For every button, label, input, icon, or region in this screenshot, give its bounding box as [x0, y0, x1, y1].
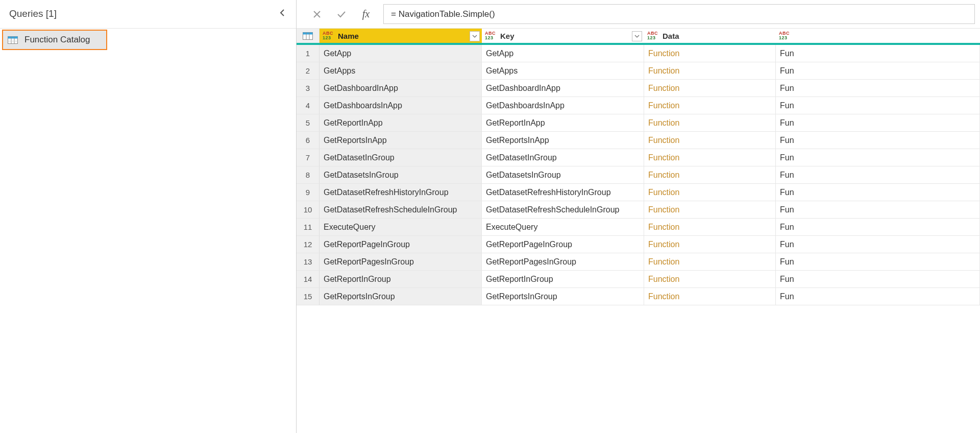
cell-key[interactable]: GetReportInGroup — [482, 271, 644, 287]
cell-data[interactable]: Function — [644, 97, 776, 114]
cell-key[interactable]: GetReportInApp — [482, 114, 644, 131]
cell-itemkind[interactable]: Fun — [776, 114, 980, 131]
cell-name[interactable]: GetReportPagesInGroup — [320, 253, 482, 270]
cell-itemkind[interactable]: Fun — [776, 149, 980, 166]
cell-name[interactable]: GetDatasetInGroup — [320, 149, 482, 166]
formula-input[interactable]: = NavigationTable.Simple() — [383, 4, 975, 24]
cell-key[interactable]: GetReportsInGroup — [482, 288, 644, 305]
table-row[interactable]: 12GetReportPageInGroupGetReportPageInGro… — [297, 236, 980, 253]
collapse-pane-button[interactable] — [276, 8, 289, 19]
cell-itemkind[interactable]: Fun — [776, 219, 980, 235]
cell-key[interactable]: GetDatasetRefreshHistoryInGroup — [482, 184, 644, 201]
cancel-formula-button[interactable] — [305, 4, 329, 24]
cell-data[interactable]: Function — [644, 253, 776, 270]
cell-name[interactable]: GetDatasetRefreshHistoryInGroup — [320, 184, 482, 201]
cell-key[interactable]: GetDatasetInGroup — [482, 149, 644, 166]
column-header-name[interactable]: ABC123 Name — [320, 29, 482, 43]
cell-name[interactable]: GetReportInApp — [320, 114, 482, 131]
table-row[interactable]: 15GetReportsInGroupGetReportsInGroupFunc… — [297, 288, 980, 305]
cell-key[interactable]: GetReportPageInGroup — [482, 236, 644, 253]
cell-key[interactable]: GetApp — [482, 45, 644, 62]
query-item-function-catalog[interactable]: Function Catalog — [2, 30, 107, 50]
cell-itemkind[interactable]: Fun — [776, 166, 980, 183]
cell-itemkind[interactable]: Fun — [776, 97, 980, 114]
cell-name[interactable]: GetApp — [320, 45, 482, 62]
cell-itemkind[interactable]: Fun — [776, 184, 980, 201]
table-row[interactable]: 9GetDatasetRefreshHistoryInGroupGetDatas… — [297, 184, 980, 201]
column-header-label: Data — [663, 32, 679, 40]
table-row[interactable]: 3GetDashboardInAppGetDashboardInAppFunct… — [297, 80, 980, 97]
cell-key[interactable]: GetDatasetsInGroup — [482, 166, 644, 183]
cell-data[interactable]: Function — [644, 236, 776, 253]
cell-key[interactable]: ExecuteQuery — [482, 219, 644, 235]
cell-data[interactable]: Function — [644, 114, 776, 131]
table-row[interactable]: 8GetDatasetsInGroupGetDatasetsInGroupFun… — [297, 166, 980, 184]
data-grid: ABC123 Name ABC123 Key — [297, 29, 980, 433]
table-row[interactable]: 7GetDatasetInGroupGetDatasetInGroupFunct… — [297, 149, 980, 166]
row-number: 9 — [297, 184, 320, 201]
fx-icon[interactable]: fx — [354, 4, 378, 24]
cell-key[interactable]: GetDashboardsInApp — [482, 97, 644, 114]
table-row[interactable]: 10GetDatasetRefreshScheduleInGroupGetDat… — [297, 201, 980, 219]
cell-data[interactable]: Function — [644, 288, 776, 305]
cell-name[interactable]: ExecuteQuery — [320, 219, 482, 235]
table-icon — [7, 36, 18, 44]
cell-itemkind[interactable]: Fun — [776, 288, 980, 305]
cell-itemkind[interactable]: Fun — [776, 253, 980, 270]
column-header-data[interactable]: ABC123 Data — [644, 29, 776, 43]
cell-key[interactable]: GetApps — [482, 62, 644, 79]
column-filter-button[interactable] — [470, 31, 480, 41]
table-row[interactable]: 4GetDashboardsInAppGetDashboardsInAppFun… — [297, 97, 980, 114]
column-header-key[interactable]: ABC123 Key — [482, 29, 644, 43]
column-filter-button[interactable] — [632, 31, 642, 41]
column-header-itemkind[interactable]: ABC123 — [776, 29, 980, 43]
cell-itemkind[interactable]: Fun — [776, 271, 980, 287]
cell-name[interactable]: GetReportInGroup — [320, 271, 482, 287]
cell-name[interactable]: GetReportsInGroup — [320, 288, 482, 305]
cell-key[interactable]: GetDashboardInApp — [482, 80, 644, 97]
table-row[interactable]: 11ExecuteQueryExecuteQueryFunctionFun — [297, 219, 980, 236]
cell-data[interactable]: Function — [644, 149, 776, 166]
cell-data[interactable]: Function — [644, 219, 776, 235]
table-row[interactable]: 6GetReportsInAppGetReportsInAppFunctionF… — [297, 132, 980, 149]
cell-data[interactable]: Function — [644, 184, 776, 201]
cell-name[interactable]: GetReportPageInGroup — [320, 236, 482, 253]
table-row[interactable]: 5GetReportInAppGetReportInAppFunctionFun — [297, 114, 980, 132]
table-row[interactable]: 13GetReportPagesInGroupGetReportPagesInG… — [297, 253, 980, 271]
type-any-icon: ABC123 — [647, 31, 659, 40]
cell-itemkind[interactable]: Fun — [776, 62, 980, 79]
table-row[interactable]: 1GetAppGetAppFunctionFun — [297, 45, 980, 62]
cell-data[interactable]: Function — [644, 271, 776, 287]
cell-itemkind[interactable]: Fun — [776, 201, 980, 218]
cell-name[interactable]: GetReportsInApp — [320, 132, 482, 149]
cell-key[interactable]: GetReportPagesInGroup — [482, 253, 644, 270]
cell-itemkind[interactable]: Fun — [776, 80, 980, 97]
cell-data[interactable]: Function — [644, 80, 776, 97]
queries-title: Queries [1] — [9, 8, 57, 19]
cell-data[interactable]: Function — [644, 62, 776, 79]
table-row[interactable]: 2GetAppsGetAppsFunctionFun — [297, 62, 980, 80]
grid-corner-button[interactable] — [297, 29, 320, 43]
cell-name[interactable]: GetApps — [320, 62, 482, 79]
cell-name[interactable]: GetDatasetsInGroup — [320, 166, 482, 183]
row-number: 3 — [297, 80, 320, 97]
cell-key[interactable]: GetDatasetRefreshScheduleInGroup — [482, 201, 644, 218]
cell-data[interactable]: Function — [644, 132, 776, 149]
row-number: 10 — [297, 201, 320, 218]
grid-header-row: ABC123 Name ABC123 Key — [297, 29, 980, 45]
cell-name[interactable]: GetDatasetRefreshScheduleInGroup — [320, 201, 482, 218]
cell-key[interactable]: GetReportsInApp — [482, 132, 644, 149]
cell-data[interactable]: Function — [644, 201, 776, 218]
cell-data[interactable]: Function — [644, 45, 776, 62]
row-number: 12 — [297, 236, 320, 253]
row-number: 7 — [297, 149, 320, 166]
cell-name[interactable]: GetDashboardInApp — [320, 80, 482, 97]
cell-itemkind[interactable]: Fun — [776, 236, 980, 253]
svg-rect-1 — [8, 36, 18, 38]
cell-name[interactable]: GetDashboardsInApp — [320, 97, 482, 114]
cell-itemkind[interactable]: Fun — [776, 45, 980, 62]
accept-formula-button[interactable] — [329, 4, 354, 24]
table-row[interactable]: 14GetReportInGroupGetReportInGroupFuncti… — [297, 271, 980, 288]
cell-itemkind[interactable]: Fun — [776, 132, 980, 149]
cell-data[interactable]: Function — [644, 166, 776, 183]
